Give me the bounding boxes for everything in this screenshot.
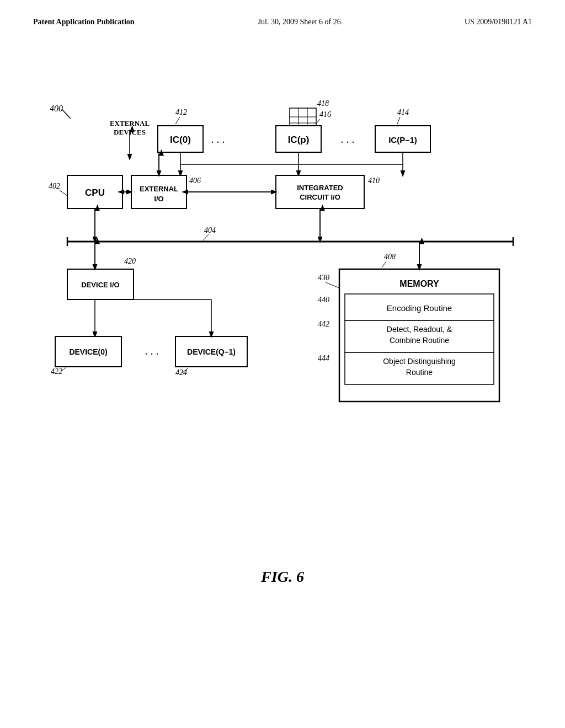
svg-line-29 [382,261,386,267]
label-442: 442 [318,320,329,328]
text-integrated-1: INTEGRATED [297,184,343,192]
label-414: 414 [397,108,409,116]
dots-devices: . . . [145,345,159,357]
label-402: 402 [49,182,60,190]
label-416: 416 [319,110,331,119]
box-integrated-io [276,175,364,208]
text-external-io: EXTERNAL [140,185,178,193]
label-410: 410 [368,176,380,185]
diagram-area: 400 EXTERNAL DEVICES 412 IC(0) . . . 418… [33,77,532,529]
text-external-io-2: I/O [154,195,163,203]
text-encoding: Encoding Routine [387,303,452,313]
header-center: Jul. 30, 2009 Sheet 6 of 26 [258,18,341,26]
figure-caption: FIG. 6 [0,568,565,586]
label-404: 404 [204,226,216,234]
svg-line-22 [203,234,209,240]
label-412: 412 [175,108,187,116]
svg-line-0 [62,109,71,119]
text-integrated-2: CIRCUIT I/O [300,193,340,201]
text-device-io: DEVICE I/O [81,281,119,289]
header-left: Patent Application Publication [33,18,135,26]
dots-1: . . . [211,133,225,145]
label-408: 408 [384,253,396,261]
label-444: 444 [318,354,329,362]
text-deviceq1: DEVICE(Q–1) [187,347,236,356]
svg-line-34 [326,282,339,288]
text-device0: DEVICE(0) [69,347,107,356]
label-418: 418 [317,99,329,108]
text-object-2: Routine [406,368,433,377]
label-440: 440 [318,296,329,304]
fig-caption-text: FIG. 6 [261,568,304,585]
label-406: 406 [189,176,201,185]
label-430: 430 [318,274,329,282]
text-object-1: Object Distinguishing [383,357,456,366]
svg-line-15 [60,190,67,196]
label-external-devices: EXTERNAL [110,119,150,127]
text-detect-1: Detect, Readout, & [387,325,452,334]
text-memory: MEMORY [399,279,439,288]
label-420: 420 [124,257,136,265]
text-icp: IC(p) [288,135,310,145]
label-400: 400 [50,104,63,113]
svg-line-10 [397,117,400,124]
patent-diagram: 400 EXTERNAL DEVICES 412 IC(0) . . . 418… [33,77,532,529]
text-icp1: IC(P–1) [388,135,417,144]
patent-header: Patent Application Publication Jul. 30, … [0,0,565,26]
header-right: US 2009/0190121 A1 [465,18,532,26]
svg-line-3 [175,117,180,124]
label-424: 424 [175,368,187,377]
text-detect-2: Combine Routine [390,336,449,345]
text-ic0: IC(0) [170,135,191,145]
dots-2: . . . [341,133,355,145]
text-cpu: CPU [85,188,105,198]
